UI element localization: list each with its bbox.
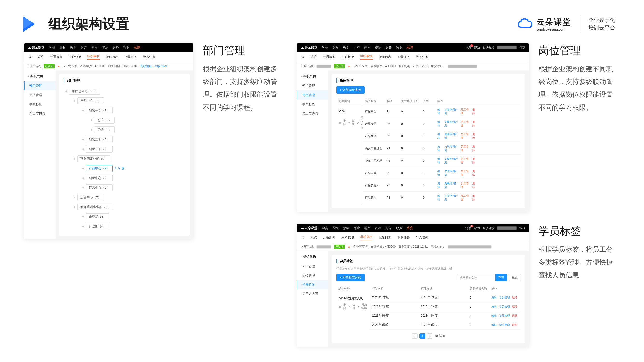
subnav-service[interactable]: 开通服务 xyxy=(323,55,336,59)
nav-student[interactable]: 学员 xyxy=(322,45,328,50)
op-edit[interactable]: 编辑 xyxy=(437,145,442,152)
add-tag-cat-button[interactable]: + 添加标签分类 xyxy=(336,274,364,281)
branch-link[interactable]: 默认分校 xyxy=(483,226,494,230)
nav-student[interactable]: 学员 xyxy=(49,45,55,50)
op-del[interactable]: 删除 xyxy=(512,314,518,318)
tree-node[interactable]: 市场部（3） xyxy=(86,213,110,220)
op-emp[interactable]: 员工管理 xyxy=(461,132,470,140)
msg-link[interactable]: 消息3 xyxy=(465,226,471,230)
subnav-download[interactable]: 下载任务 xyxy=(124,55,137,59)
op-plan[interactable]: 关联培训计划 xyxy=(444,120,458,127)
nav-ops[interactable]: 运营 xyxy=(81,45,87,50)
op-emp[interactable]: 学员管理 xyxy=(499,296,510,299)
branch-link[interactable]: 默认分校 xyxy=(483,46,494,50)
subnav-org[interactable]: 组织架构 xyxy=(360,54,372,60)
help-link[interactable]: 帮助 xyxy=(474,226,480,230)
op-emp[interactable]: 员工管理 xyxy=(461,108,470,115)
nav-exam[interactable]: 题库 xyxy=(91,45,98,50)
nav-sys[interactable]: 系统 xyxy=(134,45,140,50)
edit-icon[interactable]: ✎ xyxy=(114,167,117,170)
reset-button[interactable]: 重置 xyxy=(509,274,521,281)
op-plan[interactable]: 关联培训计划 xyxy=(444,108,458,115)
op-edit[interactable]: 编辑 xyxy=(492,305,497,309)
subnav-item[interactable]: 开通服务 xyxy=(323,235,336,240)
op-del[interactable]: 删除 xyxy=(512,305,518,309)
op-edit[interactable]: 编辑 xyxy=(437,120,442,127)
op-edit[interactable]: 编辑 xyxy=(492,323,497,327)
op-emp[interactable]: 员工管理 xyxy=(461,120,470,127)
home-link[interactable]: 首页 xyxy=(520,46,525,50)
nav-data[interactable]: 数据 xyxy=(123,45,130,50)
nav-item[interactable]: 教学 xyxy=(343,226,349,230)
op-edit[interactable]: 编辑 xyxy=(437,169,442,177)
sidebar-item-job[interactable]: 岗位管理 xyxy=(297,90,328,100)
sidebar-item-tag[interactable]: 学员标签 xyxy=(297,280,328,289)
nav-item[interactable]: 系统 xyxy=(407,226,413,230)
op-del[interactable]: 删除 xyxy=(472,108,477,115)
sidebar-item-job[interactable]: 岗位管理 xyxy=(24,90,56,100)
help-link[interactable]: 帮助 xyxy=(474,46,480,50)
tree-node[interactable]: 互联网事业部（9） xyxy=(77,155,110,162)
nav-ops[interactable]: 运营 xyxy=(354,45,360,50)
tree-node[interactable]: 教师培训事业部（6） xyxy=(77,204,114,210)
nav-fin[interactable]: 财务 xyxy=(386,45,392,50)
add-job-cat-button[interactable]: + 添加岗位类别 xyxy=(336,86,364,94)
tree-node[interactable]: 集团总公司（33） xyxy=(69,88,100,95)
op-edit[interactable]: 编辑 xyxy=(437,132,442,140)
tree-node[interactable]: 行政部（0） xyxy=(86,223,110,230)
tree-node[interactable]: 产品中心（9） xyxy=(86,165,112,172)
op-del[interactable]: 删除 xyxy=(472,157,477,164)
nav-exam[interactable]: 题库 xyxy=(364,45,370,50)
sidebar-item-third[interactable]: 第三方协同 xyxy=(297,289,328,299)
subnav-item[interactable]: 导入任务 xyxy=(416,235,428,240)
op-emp[interactable]: 员工管理 xyxy=(461,157,470,164)
op-plan[interactable]: 关联培训计划 xyxy=(444,169,458,177)
op-emp[interactable]: 员工管理 xyxy=(461,169,470,177)
nav-teach[interactable]: 教学 xyxy=(70,45,76,50)
nav-item[interactable]: 数据 xyxy=(396,226,402,230)
subnav-log[interactable]: 操作日志 xyxy=(378,55,391,59)
copy-icon[interactable]: ⎘ xyxy=(118,167,120,170)
subnav-service[interactable]: 开通服务 xyxy=(50,55,62,59)
op-edit[interactable]: 编辑 xyxy=(437,108,442,115)
tree-node[interactable]: 前端（0） xyxy=(94,117,115,124)
op-del[interactable]: 删除 xyxy=(472,182,477,189)
sidebar-item-tag[interactable]: 学员标签 xyxy=(297,100,328,109)
pager-next[interactable]: › xyxy=(427,333,432,339)
nav-item[interactable]: 课程 xyxy=(332,226,338,230)
subnav-perm[interactable]: 用户权限 xyxy=(342,55,354,59)
tree-node[interactable]: 研发三部（0） xyxy=(86,136,112,143)
op-del[interactable]: 删除 xyxy=(472,120,477,127)
search-button[interactable]: 查询 xyxy=(495,274,507,281)
nav-course[interactable]: 课程 xyxy=(332,45,338,50)
exit-link[interactable]: 退出 xyxy=(520,226,525,230)
op-plan[interactable]: 关联培训计划 xyxy=(444,157,458,164)
sidebar-item-dept[interactable]: 部门管理 xyxy=(24,81,56,90)
tree-node[interactable]: 运营中心（0） xyxy=(86,184,112,191)
op-emp[interactable]: 学员管理 xyxy=(499,323,510,327)
sidebar-item-third[interactable]: 第三方协同 xyxy=(297,109,328,118)
nav-item[interactable]: 运营 xyxy=(354,226,360,230)
op-edit[interactable]: 编辑 xyxy=(437,182,442,189)
nav-item[interactable]: 财务 xyxy=(386,226,392,230)
subnav-org[interactable]: 组织架构 xyxy=(87,54,100,60)
op-edit[interactable]: 编辑 xyxy=(437,194,442,201)
nav-teach[interactable]: 教学 xyxy=(343,45,349,50)
cat-edit[interactable]: 编辑 xyxy=(352,303,356,310)
cat-edit[interactable]: 编辑 xyxy=(352,119,355,126)
tree-node[interactable]: 研发中心（2） xyxy=(86,175,112,181)
op-plan[interactable]: 关联培训计划 xyxy=(444,194,458,201)
msg-link[interactable]: 消息1 xyxy=(465,46,471,50)
op-del[interactable]: 删除 xyxy=(512,296,518,299)
search-input[interactable]: 搜索标签名称 xyxy=(457,274,493,281)
op-del[interactable]: 删除 xyxy=(512,323,518,327)
pager-prev[interactable]: ‹ xyxy=(412,333,418,339)
op-plan[interactable]: 关联培训计划 xyxy=(444,132,458,140)
op-plan[interactable]: 关联培训计划 xyxy=(444,182,458,189)
nav-item[interactable]: 学员 xyxy=(322,226,328,230)
nav-sys[interactable]: 系统 xyxy=(407,45,413,50)
pager-size[interactable]: 10 条/页 xyxy=(434,334,445,338)
op-emp[interactable]: 员工管理 xyxy=(461,182,470,189)
subnav-import[interactable]: 导入任务 xyxy=(143,55,156,59)
tree-node[interactable]: 产品中心（7） xyxy=(77,97,104,104)
